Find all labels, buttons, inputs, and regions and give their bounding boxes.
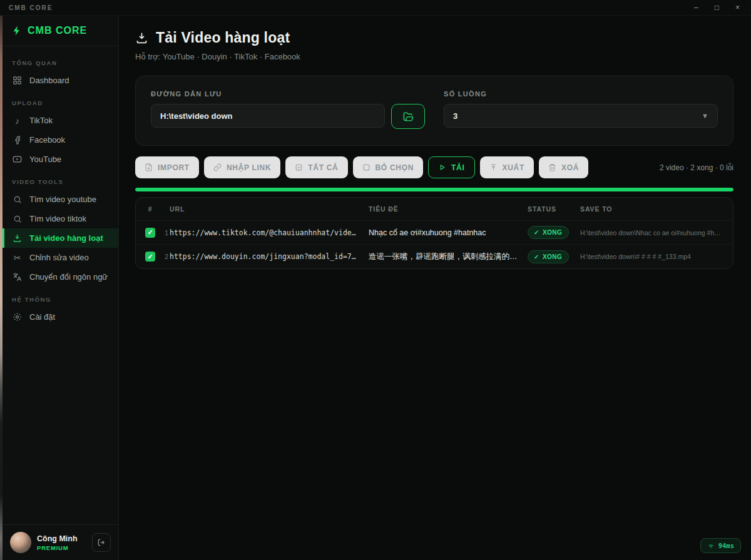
avatar	[10, 532, 31, 553]
sidebar: CMB CORE TỔNG QUAN Dashboard UPLOAD ♪ Ti…	[3, 16, 119, 560]
checkbox-checked-icon	[295, 163, 303, 171]
link-icon	[213, 163, 222, 171]
section-label-upload: UPLOAD	[3, 90, 118, 111]
ping-badge: 94ms	[700, 538, 741, 553]
sidebar-item-label: Dashboard	[29, 76, 69, 85]
table-row[interactable]: ✓ 2 https://www.douyin.com/jingxuan?moda…	[136, 245, 733, 268]
save-path-input[interactable]	[151, 104, 385, 128]
column-url: URL	[170, 205, 369, 213]
file-import-icon	[145, 163, 153, 171]
download-start-button[interactable]: TẢI	[428, 156, 474, 178]
queue-summary: 2 video · 2 xong · 0 lỗi	[660, 163, 733, 172]
download-icon	[12, 233, 23, 243]
section-label-video-tools: VIDEO TOOLS	[3, 169, 118, 190]
brand-name: CMB CORE	[28, 25, 87, 36]
sidebar-item-label: Chỉnh sửa video	[29, 253, 89, 262]
upload-icon	[489, 163, 498, 171]
check-icon: ✓	[147, 228, 153, 237]
brand: CMB CORE	[3, 16, 118, 46]
titlebar-app-title: CMB CORE	[9, 4, 53, 11]
column-save-to: SAVE TO	[580, 205, 733, 213]
dashboard-icon	[12, 75, 23, 86]
chevron-down-icon: ▼	[702, 112, 708, 120]
sidebar-item-tim-video-youtube[interactable]: Tìm video youtube	[3, 190, 118, 209]
logout-button[interactable]	[92, 533, 111, 552]
user-plan-badge: PREMIUM	[37, 544, 86, 551]
tiktok-icon: ♪	[12, 115, 23, 126]
maximize-button[interactable]: □	[715, 4, 719, 11]
sidebar-item-youtube[interactable]: YouTube	[3, 150, 118, 169]
logout-icon	[97, 538, 106, 547]
app-window: CMB CORE – □ × CMB CORE TỔNG QUAN	[0, 0, 751, 560]
sidebar-item-label: Tìm video youtube	[29, 195, 96, 204]
threads-label: SỐ LUỒNG	[444, 90, 718, 98]
threads-field-group: SỐ LUỒNG 3 ▼	[444, 90, 718, 129]
sidebar-item-facebook[interactable]: Facebook	[3, 130, 118, 150]
sidebar-item-cai-dat[interactable]: Cài đặt	[3, 307, 118, 327]
sidebar-item-chuyen-doi-ngon-ngu[interactable]: Chuyển đổi ngôn ngữ	[3, 267, 118, 287]
gear-icon	[12, 312, 23, 322]
titlebar: CMB CORE – □ ×	[0, 0, 751, 16]
paste-link-button[interactable]: NHẬP LINK	[204, 156, 280, 178]
bolt-icon	[11, 25, 23, 36]
save-path-field-group: ĐƯỜNG DẪN LƯU	[151, 90, 425, 129]
scissors-icon: ✂	[12, 252, 23, 263]
user-meta: Công Minh PREMIUM	[37, 534, 86, 551]
sidebar-item-label: Cài đặt	[29, 312, 55, 322]
row-title: 造谣一张嘴，辟谣跑断腿，讽刺感拉满的爆笑喜...	[369, 252, 528, 262]
download-table: # URL TIÊU ĐỀ STATUS SAVE TO ✓ 1 https:/…	[135, 197, 733, 269]
sidebar-item-chinh-sua-video[interactable]: ✂ Chỉnh sửa video	[3, 248, 118, 267]
translate-icon	[12, 272, 23, 282]
deselect-button[interactable]: BỎ CHỌN	[353, 156, 424, 178]
sidebar-item-tim-video-tiktok[interactable]: Tìm video tiktok	[3, 209, 118, 228]
progress-fill	[135, 188, 733, 191]
download-icon	[135, 31, 148, 44]
table-row[interactable]: ✓ 1 https://www.tiktok.com/@chauiuanhnha…	[136, 221, 733, 245]
sidebar-item-label: Tải video hàng loạt	[29, 233, 103, 243]
check-icon: ✓	[147, 253, 153, 261]
save-path-label: ĐƯỜNG DẪN LƯU	[151, 90, 425, 98]
page-header: Tải Video hàng loạt	[135, 29, 733, 46]
sidebar-item-tiktok[interactable]: ♪ TikTok	[3, 111, 118, 130]
page-subtitle: Hỗ trợ: YouTube · Douyin · TikTok · Face…	[135, 52, 733, 61]
column-title: TIÊU ĐỀ	[369, 205, 528, 213]
check-icon: ✓	[534, 229, 539, 236]
row-title: Nhạc cổ ae ơi#xuhuong #hatnhac	[369, 228, 528, 237]
sidebar-item-label: Facebook	[29, 135, 65, 145]
row-save-to: H:\test\video down\# # # # #_133.mp4	[580, 253, 733, 260]
sidebar-item-label: Tìm video tiktok	[29, 214, 86, 223]
ping-value: 94ms	[718, 542, 734, 549]
close-button[interactable]: ×	[735, 4, 740, 11]
folder-open-icon	[403, 111, 414, 122]
checkbox-empty-icon	[362, 163, 370, 171]
facebook-icon	[12, 135, 23, 145]
section-label-he-thong: HỆ THỐNG	[3, 287, 118, 307]
threads-select[interactable]: 3 ▼	[444, 104, 718, 128]
section-label-tong-quan: TỔNG QUAN	[3, 50, 118, 71]
table-header: # URL TIÊU ĐỀ STATUS SAVE TO	[136, 198, 733, 221]
search-icon	[12, 213, 23, 224]
select-all-button[interactable]: TẤT CẢ	[285, 156, 347, 178]
status-badge: ✓XONG	[528, 226, 569, 239]
status-badge: ✓XONG	[528, 250, 569, 263]
browse-folder-button[interactable]	[391, 104, 425, 129]
status-text: XONG	[543, 253, 562, 260]
threads-selected-value: 3	[453, 111, 457, 121]
import-button[interactable]: IMPORT	[135, 156, 199, 178]
main-content: Tải Video hàng loạt Hỗ trợ: YouTube · Do…	[119, 16, 751, 560]
row-url: https://www.douyin.com/jingxuan?modal_id…	[170, 252, 369, 261]
column-status: STATUS	[528, 205, 580, 213]
export-button[interactable]: XUẤT	[480, 156, 534, 178]
sidebar-item-tai-video-hang-loat[interactable]: Tải video hàng loạt	[3, 228, 118, 248]
sidebar-item-dashboard[interactable]: Dashboard	[3, 71, 118, 90]
row-checkbox[interactable]: ✓	[145, 252, 155, 262]
sidebar-nav: TỔNG QUAN Dashboard UPLOAD ♪ TikTok	[3, 46, 118, 524]
row-checkbox[interactable]: ✓	[145, 228, 155, 238]
delete-button[interactable]: XOÁ	[539, 156, 588, 178]
row-url: https://www.tiktok.com/@chauiuanhnhat/vi…	[170, 228, 369, 237]
toolbar: IMPORT NHẬP LINK TẤT CẢ	[135, 156, 733, 178]
table-body: ✓ 1 https://www.tiktok.com/@chauiuanhnha…	[136, 221, 733, 268]
youtube-icon	[12, 154, 23, 165]
minimize-button[interactable]: –	[694, 4, 698, 11]
sidebar-item-label: TikTok	[29, 116, 53, 125]
